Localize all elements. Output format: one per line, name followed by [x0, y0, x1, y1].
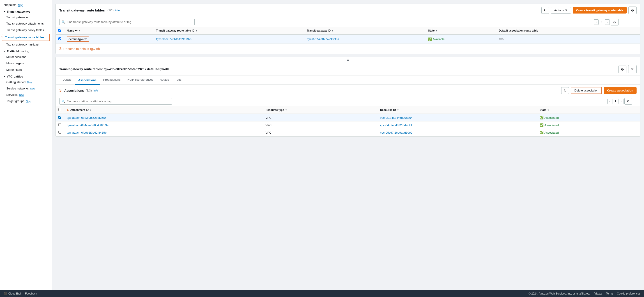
- assoc-resource-id-link-3[interactable]: vpc-05c67f26d9aad30e9: [380, 131, 412, 134]
- sidebar-item-getting-started[interactable]: Getting started New: [0, 79, 52, 85]
- row-checkbox[interactable]: [58, 37, 61, 40]
- assoc-th-state[interactable]: State ▼: [537, 106, 640, 114]
- sort-rtid-icon[interactable]: ▼: [195, 29, 198, 32]
- assoc-row1-resource-id: vpc-0f1a4ae446d90ad64: [378, 114, 537, 121]
- assoc-row1-checkbox-cell[interactable]: [56, 114, 64, 121]
- prev-page-button[interactable]: ‹: [594, 19, 599, 25]
- th-name[interactable]: Name ✏ ▼: [64, 27, 153, 34]
- assoc-row3-resource-id: vpc-05c67f26d9aad30e9: [378, 129, 537, 136]
- associations-info-link[interactable]: info: [94, 89, 98, 92]
- sidebar-section-vpc-lattice[interactable]: VPC Lattice: [0, 73, 52, 79]
- actions-button[interactable]: Actions ▼: [551, 7, 571, 13]
- assoc-th-resource-type[interactable]: Resource type ▼: [263, 106, 377, 114]
- create-association-button[interactable]: Create association: [604, 87, 636, 94]
- sort-attachment-icon[interactable]: ▼: [90, 109, 92, 111]
- tgw-id-link[interactable]: tgw-07054d8274298cf8a: [307, 37, 339, 41]
- th-state[interactable]: State ▼: [425, 27, 496, 34]
- sidebar-item-mirror-sessions[interactable]: Mirror sessions: [0, 54, 52, 60]
- assoc-row2-checkbox[interactable]: [58, 123, 61, 126]
- tab-tags[interactable]: Tags: [172, 76, 184, 85]
- drag-handle[interactable]: ≡: [56, 57, 640, 63]
- sidebar-section-transit-gateways[interactable]: Transit gateways: [0, 8, 52, 14]
- tab-routes[interactable]: Routes: [156, 76, 172, 85]
- sidebar-item-tgw-multicast[interactable]: Transit gateway multicast: [0, 41, 52, 48]
- sort-assoc-state-icon[interactable]: ▼: [547, 109, 550, 111]
- settings-icon[interactable]: ⚙: [628, 6, 636, 14]
- footer-terms-link[interactable]: Terms: [606, 292, 613, 295]
- sort-resid-icon[interactable]: ▼: [397, 109, 399, 111]
- assoc-prev-button[interactable]: ‹: [608, 99, 612, 104]
- assoc-next-button[interactable]: ›: [618, 99, 624, 104]
- tab-details[interactable]: Details: [59, 76, 75, 85]
- table-settings-icon[interactable]: ⚙: [611, 19, 618, 25]
- assoc-row3-checkbox-cell[interactable]: [56, 129, 64, 136]
- sort-name-icon[interactable]: ▼: [78, 29, 80, 32]
- associations-table: 4 Attachment ID ▼ Resource type ▼: [56, 106, 640, 136]
- detail-panel: ≡ Transit gateway route tables: tgw-rtb-…: [56, 57, 640, 137]
- row-rtid-cell: tgw-rtb-08776b15fbf9d7325: [153, 34, 304, 44]
- route-tables-search-input[interactable]: [59, 19, 194, 25]
- assoc-row1-resource-type: VPC: [263, 114, 377, 121]
- row-name-cell: default-tgw-rtb: [64, 34, 153, 44]
- sort-tgwid-icon[interactable]: ▼: [332, 29, 334, 32]
- footer-feedback[interactable]: Feedback: [25, 292, 37, 295]
- assoc-row3-checkbox[interactable]: [58, 131, 61, 134]
- sidebar-item-target-groups[interactable]: Target groups New: [0, 98, 52, 104]
- detail-panel-header-actions: ⚙ ✕: [618, 65, 636, 73]
- sidebar-item-tgw-attachments[interactable]: Transit gateway attachments: [0, 20, 52, 27]
- assoc-row1-checkbox[interactable]: [58, 116, 61, 119]
- sidebar-item-transit-gateways[interactable]: Transit gateways: [0, 14, 52, 20]
- sort-state-icon[interactable]: ▼: [436, 29, 438, 32]
- sidebar-item-endpoints[interactable]: endpoints New: [0, 2, 52, 8]
- row-default-assoc-cell: Yes: [496, 34, 640, 44]
- assoc-resource-id-link-1[interactable]: vpc-0f1a4ae446d90ad64: [380, 116, 413, 119]
- assoc-table-row: tgw-attach-0ee3f9f56283f36f0 VPC vpc-0f1…: [56, 114, 640, 121]
- tab-associations[interactable]: Associations: [75, 76, 100, 85]
- footer-cookie-link[interactable]: Cookie preferences: [617, 292, 640, 295]
- footer-privacy-link[interactable]: Privacy: [594, 292, 602, 295]
- sidebar-item-tgw-policy-tables[interactable]: Transit gateway policy tables: [0, 27, 52, 33]
- tab-propagations[interactable]: Propagations: [100, 76, 124, 85]
- assoc-state-2: ✅ Associated: [540, 123, 638, 127]
- assoc-row2-checkbox-cell[interactable]: [56, 121, 64, 129]
- row-checkbox-cell[interactable]: [56, 34, 64, 44]
- next-page-button[interactable]: ›: [605, 19, 610, 25]
- page-number: 1: [600, 20, 604, 24]
- th-route-table-id[interactable]: Transit gateway route table ID ▼: [153, 27, 304, 34]
- assoc-select-all-checkbox[interactable]: [58, 108, 61, 111]
- step4-indicator: 4: [67, 108, 68, 112]
- tab-prefix-list-references[interactable]: Prefix list references: [124, 76, 156, 85]
- delete-association-button[interactable]: Delete association: [571, 87, 602, 94]
- sort-restype-icon[interactable]: ▼: [285, 109, 287, 111]
- assoc-th-select[interactable]: [56, 106, 64, 114]
- route-table-id-link[interactable]: tgw-rtb-08776b15fbf9d7325: [156, 37, 192, 41]
- sidebar-item-mirror-targets[interactable]: Mirror targets: [0, 60, 52, 66]
- associations-content: 3 Associations (1/3) info ↻ Delete assoc…: [56, 85, 640, 136]
- select-all-checkbox[interactable]: [58, 29, 61, 32]
- assoc-settings-icon[interactable]: ⚙: [624, 98, 632, 105]
- sidebar-item-services[interactable]: Services New: [0, 92, 52, 98]
- associations-search-input[interactable]: [59, 98, 172, 105]
- create-route-table-button[interactable]: Create transit gateway route table: [573, 7, 627, 13]
- assoc-attachment-id-link-3[interactable]: tgw-attach-0fa9b6f3e62f8465b: [67, 131, 106, 134]
- sidebar-item-tgw-route-tables[interactable]: 1 Transit gateway route tables: [2, 34, 50, 40]
- th-tgw-id[interactable]: Transit gateway ID ▼: [304, 27, 426, 34]
- cloudshell-button[interactable]: ⬛ CloudShell: [4, 292, 22, 295]
- sidebar-item-service-networks[interactable]: Service networks New: [0, 85, 52, 92]
- sidebar-section-traffic-mirroring[interactable]: Traffic Mirroring: [0, 48, 52, 54]
- refresh-button[interactable]: ↻: [542, 7, 549, 14]
- assoc-refresh-button[interactable]: ↻: [561, 87, 569, 94]
- sidebar-item-mirror-filters[interactable]: Mirror filters: [0, 67, 52, 73]
- detail-settings-icon[interactable]: ⚙: [618, 66, 626, 73]
- th-select-all[interactable]: [56, 27, 64, 34]
- route-tables-info-link[interactable]: info: [115, 9, 120, 12]
- detail-close-button[interactable]: ✕: [628, 65, 636, 73]
- assoc-resource-id-link-2[interactable]: vpc-04d7ecd832f8d7c21: [380, 123, 412, 127]
- assoc-row2-resource-id: vpc-04d7ecd832f8d7c21: [378, 121, 537, 129]
- assoc-th-attachment-id[interactable]: 4 Attachment ID ▼: [64, 106, 263, 114]
- assoc-attachment-id-link-2[interactable]: tgw-attach-0b4cae578c4c82b3e: [67, 123, 108, 127]
- assoc-row3-state: ✅ Associated: [537, 129, 640, 136]
- route-tables-title: Transit gateway route tables: [59, 8, 105, 12]
- assoc-attachment-id-link-1[interactable]: tgw-attach-0ee3f9f56283f36f0: [67, 116, 106, 119]
- assoc-th-resource-id[interactable]: Resource ID ▼: [378, 106, 537, 114]
